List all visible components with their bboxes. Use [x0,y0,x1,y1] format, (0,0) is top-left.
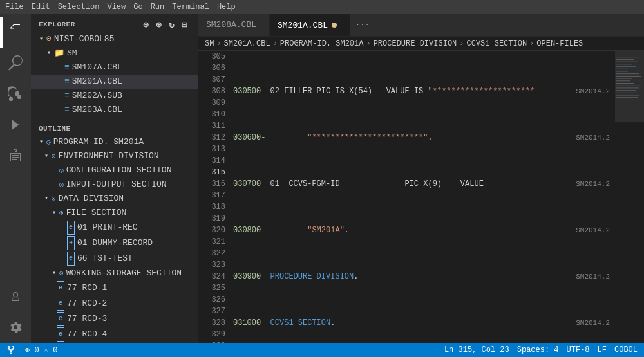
activity-explorer[interactable] [0,17,31,48]
titlebar-menu[interactable]: File Edit Selection View Go Run Terminal… [5,3,236,12]
outline-prog-label: PROGRAM-ID. SM201A [53,136,144,149]
collapse-icon[interactable]: ⊟ [180,19,190,30]
file-sec-icon: ⊙ [59,206,64,219]
outline-rcd-1[interactable]: e77 RCD-1 [31,280,198,296]
breadcrumb-proc-div[interactable]: PROCEDURE DIVISION [374,39,457,48]
tree-file-sm107a[interactable]: ≡ SM107A.CBL [31,60,198,75]
ln-318: 318 [198,201,225,213]
outline-config-section[interactable]: ◎ CONFIGURATION SECTION [31,163,198,178]
tree-file-sm203a[interactable]: ≡ SM203A.CBL [31,103,198,117]
menu-file[interactable]: File [5,3,24,12]
rcd1-icon: e [57,281,64,295]
sidebar-header: EXPLORER ⊕ ⊕ ↻ ⊟ [31,14,198,32]
breadcrumb-program[interactable]: PROGRAM-ID. SM201A [280,39,364,48]
ln-328: 328 [198,317,225,329]
activity-search[interactable] [0,48,31,78]
outline-env-div[interactable]: ▾ ⊙ ENVIRONMENT DIVISION [31,149,198,163]
ln-311: 311 [198,120,225,132]
menu-help[interactable]: Help [217,3,236,12]
outline-rcd-4[interactable]: e77 RCD-4 [31,327,198,342]
menu-edit[interactable]: Edit [32,3,50,12]
prog-expand: ▾ [36,136,46,149]
outline-print-rec-label: 01 PRINT-REC [77,221,138,234]
env-expand: ▾ [41,150,52,163]
status-line-ending[interactable]: LF [598,345,607,354]
titlebar-left: File Edit Selection View Go Run Terminal… [5,3,236,12]
outline-data-div[interactable]: ▾ ⊙ DATA DIVISION [31,192,198,206]
activity-extensions[interactable] [0,140,31,171]
minimap-svg [615,51,644,343]
tst-icon: e [67,252,75,266]
input-icon: ◎ [59,178,64,191]
refresh-icon[interactable]: ↻ [167,19,177,30]
status-spaces[interactable]: Spaces: 4 [517,345,559,354]
outline-input-section[interactable]: ◎ INPUT-OUTPUT SECTION [31,178,198,192]
code-editor[interactable]: 305 306 307 308 309 310 311 312 313 314 … [198,51,644,343]
sm-label: SM [67,47,77,60]
activity-settings[interactable] [0,312,31,343]
new-folder-icon[interactable]: ⊕ [154,19,164,30]
breadcrumb-file[interactable]: SM201A.CBL [224,39,270,48]
activity-accounts[interactable] [0,281,31,312]
status-errors[interactable]: ⊗ 0 ⚠ 0 [25,345,57,355]
outline-rcd-2[interactable]: e77 RCD-2 [31,296,198,311]
tab-sm201a[interactable]: SM201A.CBL [270,14,350,36]
activity-source-control[interactable] [0,78,31,109]
outline-program-id[interactable]: ▾ ◎ PROGRAM-ID. SM201A [31,135,198,149]
code-lines: 030500 02 FILLER PIC IS X(54) VALUE IS "… [231,51,615,343]
file-sec-expand: ▾ [49,206,59,219]
code-line-305[interactable]: 030500 02 FILLER PIC IS X(54) VALUE IS "… [233,86,615,97]
nist-expand-icon: ▾ [36,33,46,46]
tree-sm-folder[interactable]: ▾ 📁 SM [31,46,198,60]
more-tabs-button[interactable]: ··· [350,21,375,30]
status-language[interactable]: COBOL [614,345,638,354]
filename-sm202a: SM202A.SUB [72,89,122,102]
menu-selection[interactable]: Selection [58,3,100,12]
new-file-icon[interactable]: ⊕ [141,19,151,30]
bc-sep-2: › [273,39,278,48]
svg-rect-20 [615,51,644,122]
code-line-309[interactable]: 030900 PROCEDURE DIVISION . SM2014.2 [233,271,615,282]
menu-terminal[interactable]: Terminal [172,3,209,12]
ln-324: 324 [198,271,225,282]
outline-header[interactable]: OUTLINE [31,120,198,135]
ws-expand: ▾ [49,267,59,280]
code-line-310[interactable]: 031000 CCVS1 SECTION . SM2014.2 [233,317,615,329]
bc-sep-3: › [366,39,370,48]
code-line-307[interactable]: 030700 01 CCVS-PGM-ID PIC X(9) VALUE SM2… [233,178,615,190]
tree-file-sm201a[interactable]: ≡ SM201A.CBL [31,75,198,89]
main-layout: EXPLORER ⊕ ⊕ ↻ ⊟ ▾ ⊙ NIST-COBOL85 ▾ 📁 SM [0,14,644,343]
status-position[interactable]: Ln 315, Col 23 [444,345,509,354]
code-line-308[interactable]: 030800 "SM201A". SM2014.2 [233,224,615,236]
breadcrumb-ccvs1[interactable]: CCVS1 SECTION [466,39,527,48]
outline-file-section[interactable]: ▾ ⊙ FILE SECTION [31,206,198,220]
menu-view[interactable]: View [107,3,126,12]
status-branch[interactable] [6,345,17,354]
outline-print-rec[interactable]: e 01 PRINT-REC [31,220,198,235]
ln-329: 329 [198,329,225,340]
breadcrumb-open-files[interactable]: OPEN-FILES [536,39,583,48]
ln-319: 319 [198,213,225,224]
outline-dummy-rec[interactable]: e 01 DUMMY-RECORD [31,235,198,251]
menu-run[interactable]: Run [151,3,165,12]
breadcrumb-sm[interactable]: SM [205,39,214,48]
sidebar-scroll[interactable]: ▾ ⊙ NIST-COBOL85 ▾ 📁 SM ≡ SM107A.CBL [31,32,198,343]
code-content[interactable]: 030500 02 FILLER PIC IS X(54) VALUE IS "… [231,51,615,343]
outline-file-sec-label: FILE SECTION [66,206,127,219]
tab-sm208a[interactable]: SM208A.CBL [198,14,270,36]
ln-314: 314 [198,155,225,167]
outline-rcd-3[interactable]: e77 RCD-3 [31,311,198,327]
ln-327: 327 [198,306,225,317]
activity-run[interactable] [0,109,31,140]
outline-tst-test[interactable]: e 66 TST-TEST [31,251,198,266]
outline-ws-section[interactable]: ▾ ⊙ WORKING-STORAGE SECTION [31,266,198,280]
menu-go[interactable]: Go [133,3,142,12]
code-line-306[interactable]: 030600- "************************". SM20… [233,132,615,143]
bc-sep-1: › [216,39,221,48]
status-encoding[interactable]: UTF-8 [567,345,590,354]
rcd4-icon: e [57,327,64,342]
tree-nist-cobol85[interactable]: ▾ ⊙ NIST-COBOL85 [31,32,198,46]
tab-sm208a-label: SM208A.CBL [206,20,256,30]
nist-folder-icon: ⊙ [46,33,52,46]
tree-file-sm202a[interactable]: ≡ SM202A.SUB [31,89,198,103]
